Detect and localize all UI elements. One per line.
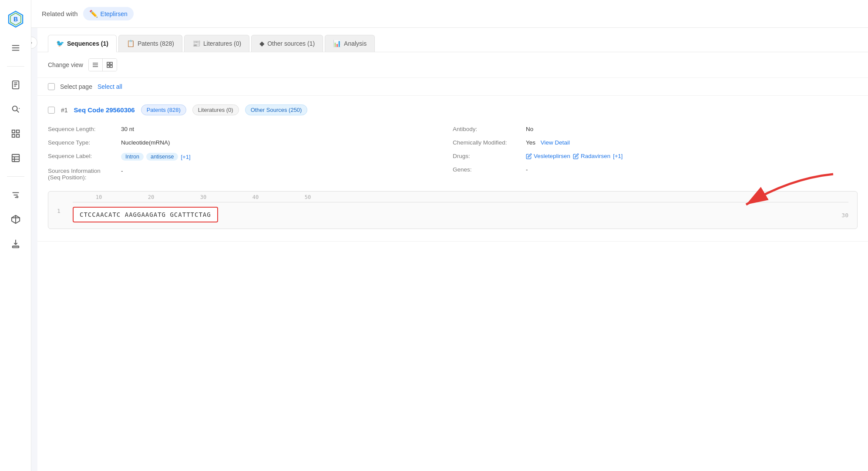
svg-rect-16: [16, 135, 19, 137]
drugs-tags: Vesleteplirsen Radavirsen [+1]: [526, 153, 622, 159]
entity-tag[interactable]: ✏️ Eteplirsen: [83, 7, 134, 20]
sequence-ruler: 10 20 30 40 50: [48, 192, 857, 200]
ruler-mark-30: 30: [177, 194, 229, 200]
drugs-plus-tag[interactable]: [+1]: [613, 153, 622, 159]
logo[interactable]: B: [3, 7, 28, 31]
change-view-label: Change view: [48, 61, 83, 68]
sequence-length-value: 30 nt: [121, 126, 134, 132]
main-area: Related with ✏️ Eteplirsen › 🐦 Sequences…: [31, 0, 868, 471]
literatures-badge[interactable]: Literatures (0): [192, 104, 239, 115]
sidebar: B: [0, 0, 31, 471]
result-number: #1: [61, 107, 68, 114]
tab-literatures[interactable]: 📰 Literatures (0): [184, 35, 249, 52]
vesleteplirsen-link[interactable]: Vesleteplirsen: [526, 153, 570, 159]
literatures-tab-icon: 📰: [192, 40, 201, 47]
view-btn-group: [88, 58, 117, 71]
sidebar-divider: [7, 66, 24, 67]
radavirsen-link[interactable]: Radavirsen: [573, 153, 610, 159]
chemically-modified-row: Chemically Modified: Yes View Detail: [453, 136, 858, 149]
related-with-label: Related with: [42, 10, 78, 17]
svg-rect-17: [12, 155, 19, 162]
antisense-tag[interactable]: antisense: [146, 153, 178, 161]
antibody-row: Antibody: No: [453, 122, 858, 136]
search-nav-icon[interactable]: [8, 101, 24, 117]
details-left: Sequence Length: 30 nt Sequence Type: Nu…: [48, 122, 453, 184]
tab-patents[interactable]: 📋 Patents (828): [118, 35, 182, 52]
seq-code-link[interactable]: Seq Code 29560306: [74, 106, 135, 114]
details-grid: Sequence Length: 30 nt Sequence Type: Nu…: [48, 122, 858, 184]
sequence-type-row: Sequence Type: Nucleotide(mRNA): [48, 136, 453, 149]
ruler-mark-10: 10: [73, 194, 125, 200]
intron-tag[interactable]: Intron: [121, 153, 144, 161]
svg-rect-32: [107, 62, 109, 64]
ruler-mark-40: 40: [229, 194, 282, 200]
collapse-sidebar-button[interactable]: ›: [31, 37, 37, 49]
sequence-text-box: CTCCAACATC AAGGAAGATG GCATTTCTAG: [73, 207, 218, 222]
chemically-modified-value: Yes: [526, 139, 537, 146]
patents-tab-icon: 📋: [127, 40, 135, 47]
svg-rect-14: [16, 130, 19, 133]
sequence-label-row: Sequence Label: Intron antisense [+1]: [48, 149, 453, 164]
sources-info-label: Sources Information(Seq Position):: [48, 168, 118, 181]
other-sources-badge[interactable]: Other Sources (250): [245, 104, 308, 115]
patents-badge[interactable]: Patents (828): [141, 104, 186, 115]
sequence-type-value: Nucleotide(mRNA): [121, 139, 170, 146]
seq-line-number: 1: [57, 207, 73, 222]
view-detail-link[interactable]: View Detail: [541, 139, 570, 146]
sequence-label-label: Sequence Label:: [48, 153, 118, 159]
svg-rect-28: [12, 246, 19, 248]
filter-nav-icon[interactable]: [8, 187, 24, 203]
top-bar: Related with ✏️ Eteplirsen: [31, 0, 868, 28]
sequences-tab-icon: 🐦: [56, 40, 64, 47]
sequence-text: CTCCAACATC AAGGAAGATG GCATTTCTAG: [80, 211, 211, 218]
analysis-tab-label: Analysis: [344, 40, 367, 47]
drug-pen-icon: [526, 153, 532, 159]
hamburger-menu-icon[interactable]: [8, 40, 24, 56]
select-page-checkbox[interactable]: [48, 83, 55, 90]
sources-info-value: -: [121, 168, 123, 174]
other-sources-tab-label: Other sources (1): [267, 40, 315, 47]
sequence-type-label: Sequence Type:: [48, 139, 118, 146]
package-nav-icon[interactable]: [8, 212, 24, 227]
grid-nav-icon[interactable]: [8, 126, 24, 141]
other-sources-tab-icon: ◆: [259, 40, 265, 47]
grid-view-button[interactable]: [103, 59, 117, 71]
sources-info-row: Sources Information(Seq Position): -: [48, 164, 453, 184]
view-controls: Change view: [37, 52, 868, 78]
svg-rect-15: [12, 135, 14, 137]
svg-line-11: [17, 110, 19, 112]
table-nav-icon[interactable]: [8, 150, 24, 166]
seq-end-number: 30: [841, 211, 848, 219]
tab-analysis[interactable]: 📊 Analysis: [325, 35, 375, 52]
sequence-length-label: Sequence Length:: [48, 126, 118, 132]
result-header: #1 Seq Code 29560306 Patents (828) Liter…: [48, 104, 858, 115]
ruler-mark-50: 50: [282, 194, 334, 200]
result-checkbox[interactable]: [48, 107, 55, 114]
svg-point-24: [16, 196, 18, 198]
svg-text:B: B: [13, 16, 17, 23]
analysis-tab-icon: 📊: [333, 40, 341, 47]
document-nav-icon[interactable]: [8, 77, 24, 93]
tab-other-sources[interactable]: ◆ Other sources (1): [251, 35, 323, 52]
antibody-value: No: [526, 126, 533, 132]
select-all-link[interactable]: Select all: [98, 83, 122, 90]
svg-point-10: [12, 106, 17, 111]
drugs-label: Drugs:: [453, 153, 522, 159]
tab-sequences[interactable]: 🐦 Sequences (1): [48, 35, 117, 52]
genes-value: -: [526, 166, 528, 173]
genes-row: Genes: -: [453, 163, 858, 176]
svg-rect-35: [110, 65, 112, 67]
list-view-button[interactable]: [89, 59, 103, 71]
antibody-label: Antibody:: [453, 126, 522, 132]
sequence-ruler-marks: 10 20 30 40 50: [73, 194, 848, 200]
download-nav-icon[interactable]: [8, 236, 24, 252]
result-card: #1 Seq Code 29560306 Patents (828) Liter…: [37, 96, 868, 242]
entity-tag-name: Eteplirsen: [101, 10, 128, 17]
result-area: 🐦 Sequences (1) 📋 Patents (828) 📰 Litera…: [37, 28, 868, 471]
svg-rect-33: [110, 62, 112, 64]
content-panel: › 🐦 Sequences (1) 📋 Patents (828) 📰: [31, 28, 868, 471]
list-view-icon: [92, 61, 99, 68]
sequence-viewer: 10 20 30 40 50 1 CTCCAACATC AAGGAAGA: [48, 191, 858, 229]
label-plus-tag[interactable]: [+1]: [181, 154, 190, 160]
patents-tab-label: Patents (828): [138, 40, 174, 47]
